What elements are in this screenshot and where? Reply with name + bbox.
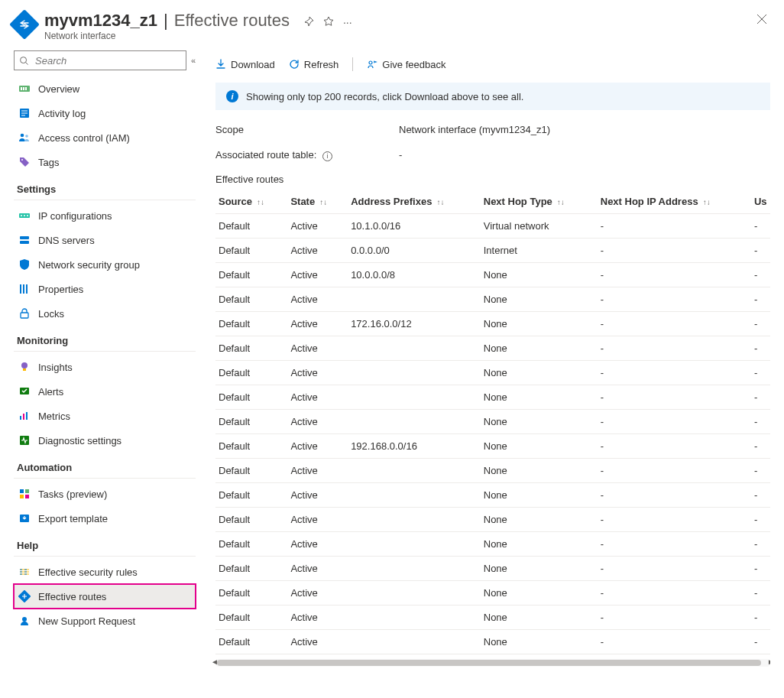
- table-cell: Active: [287, 385, 348, 409]
- sidebar-item-label: Alerts: [38, 386, 63, 398]
- ipconfig-icon: [18, 209, 31, 222]
- help-icon[interactable]: i: [322, 151, 332, 161]
- sidebar-item-activitylog[interactable]: Activity log: [14, 101, 196, 125]
- table-cell: [348, 409, 481, 433]
- table-cell: 192.168.0.0/16: [348, 433, 481, 458]
- shield-icon: [18, 258, 31, 271]
- sidebar-item-alerts[interactable]: Alerts: [14, 379, 196, 404]
- table-row[interactable]: DefaultActiveNone--: [215, 556, 770, 580]
- sidebar-item-insights[interactable]: Insights: [14, 355, 196, 379]
- collapse-sidebar-icon[interactable]: «: [191, 56, 196, 65]
- table-cell: Default: [215, 433, 287, 458]
- sidebar-item-ipconfig[interactable]: IP configurations: [14, 203, 196, 228]
- sidebar-item-label: Insights: [38, 362, 73, 373]
- table-row[interactable]: DefaultActiveNone--: [215, 360, 770, 385]
- table-row[interactable]: DefaultActive10.0.0.0/8None--: [215, 262, 770, 287]
- sidebar-item-iam[interactable]: Access control (IAM): [14, 125, 196, 150]
- sidebar-item-nsg[interactable]: Network security group: [14, 252, 196, 277]
- table-row[interactable]: DefaultActiveNone--: [215, 531, 770, 556]
- svg-point-32: [22, 617, 27, 622]
- sidebar-item-dns[interactable]: DNS servers: [14, 228, 196, 252]
- sidebar-item-effective-routes[interactable]: Effective routes: [14, 584, 196, 609]
- table-cell: -: [751, 531, 770, 556]
- table-row[interactable]: DefaultActiveNone--: [215, 287, 770, 311]
- feedback-button[interactable]: Give feedback: [367, 59, 445, 70]
- table-row[interactable]: DefaultActiveNone--: [215, 336, 770, 360]
- table-row[interactable]: DefaultActiveNone--: [215, 629, 770, 654]
- table-cell: Active: [287, 482, 348, 507]
- svg-point-19: [21, 362, 28, 368]
- sort-icon[interactable]: ↑↓: [557, 198, 565, 206]
- sidebar-section-automation: Automation: [14, 453, 196, 479]
- favorite-icon[interactable]: [323, 16, 334, 29]
- download-icon: [215, 59, 226, 70]
- sidebar: « Overview Activity log Access control (…: [14, 50, 200, 667]
- table-heading: Effective routes: [215, 174, 770, 185]
- table-cell: -: [751, 409, 770, 433]
- table-cell: [348, 531, 481, 556]
- download-button[interactable]: Download: [215, 59, 275, 70]
- table-row[interactable]: DefaultActiveNone--: [215, 482, 770, 507]
- svg-rect-28: [20, 495, 24, 498]
- refresh-label: Refresh: [304, 59, 339, 70]
- table-row[interactable]: DefaultActiveNone--: [215, 580, 770, 605]
- sort-icon[interactable]: ↑↓: [319, 198, 327, 206]
- sidebar-item-locks[interactable]: Locks: [14, 301, 196, 326]
- sort-icon[interactable]: ↑↓: [703, 198, 711, 206]
- scroll-right-icon[interactable]: ►: [767, 657, 770, 666]
- table-row[interactable]: DefaultActive10.1.0.0/16Virtual network-…: [215, 213, 770, 238]
- horizontal-scrollbar[interactable]: ◄ ►: [215, 659, 770, 667]
- table-row[interactable]: DefaultActiveNone--: [215, 385, 770, 409]
- sidebar-item-export[interactable]: Export template: [14, 506, 196, 531]
- table-cell: Default: [215, 507, 287, 531]
- table-cell: None: [481, 605, 598, 629]
- table-cell: -: [598, 360, 751, 385]
- table-row[interactable]: DefaultActiveNone--: [215, 605, 770, 629]
- table-cell: -: [751, 458, 770, 482]
- more-icon[interactable]: ···: [343, 16, 352, 28]
- table-cell: [348, 458, 481, 482]
- sidebar-item-label: Network security group: [38, 259, 140, 271]
- sort-icon[interactable]: ↑↓: [436, 198, 444, 206]
- sidebar-item-support[interactable]: New Support Request: [14, 609, 196, 633]
- resource-subtitle: Network interface: [44, 31, 352, 41]
- table-cell: -: [598, 580, 751, 605]
- table-cell: Active: [287, 336, 348, 360]
- col-nexthopip[interactable]: Next Hop IP Address↑↓: [598, 190, 751, 214]
- sidebar-item-diagnostic[interactable]: Diagnostic settings: [14, 428, 196, 453]
- command-bar: Download Refresh Give feedback: [215, 50, 770, 78]
- sidebar-item-metrics[interactable]: Metrics: [14, 404, 196, 428]
- sidebar-item-tags[interactable]: Tags: [14, 150, 196, 174]
- col-user[interactable]: Us: [751, 190, 770, 214]
- svg-rect-29: [25, 495, 29, 498]
- table-cell: -: [751, 360, 770, 385]
- search-input[interactable]: [34, 54, 181, 67]
- sidebar-item-tasks[interactable]: Tasks (preview): [14, 482, 196, 506]
- sidebar-item-effective-security[interactable]: Effective security rules: [14, 560, 196, 584]
- table-cell: -: [751, 385, 770, 409]
- col-prefixes[interactable]: Address Prefixes↑↓: [348, 190, 481, 214]
- col-nexthoptype[interactable]: Next Hop Type↑↓: [481, 190, 598, 214]
- sort-icon[interactable]: ↑↓: [257, 198, 264, 206]
- table-cell: -: [751, 238, 770, 262]
- table-row[interactable]: DefaultActiveNone--: [215, 409, 770, 433]
- table-row[interactable]: DefaultActive0.0.0.0/0Internet--: [215, 238, 770, 262]
- scroll-left-icon[interactable]: ◄: [211, 657, 219, 666]
- svg-point-12: [27, 215, 28, 216]
- sidebar-search[interactable]: [14, 50, 186, 70]
- table-row[interactable]: DefaultActive192.168.0.0/16None--: [215, 433, 770, 458]
- sidebar-item-properties[interactable]: Properties: [14, 277, 196, 301]
- table-cell: Active: [287, 507, 348, 531]
- pin-icon[interactable]: [303, 16, 314, 29]
- col-state[interactable]: State↑↓: [287, 190, 348, 214]
- table-cell: [348, 360, 481, 385]
- refresh-button[interactable]: Refresh: [289, 59, 339, 70]
- sidebar-item-overview[interactable]: Overview: [14, 76, 196, 101]
- svg-rect-23: [23, 414, 24, 420]
- table-row[interactable]: DefaultActiveNone--: [215, 507, 770, 531]
- table-row[interactable]: DefaultActive172.16.0.0/12None--: [215, 311, 770, 336]
- table-scroll-wrap[interactable]: Source↑↓ State↑↓ Address Prefixes↑↓ Next…: [215, 190, 770, 654]
- table-row[interactable]: DefaultActiveNone--: [215, 458, 770, 482]
- close-button[interactable]: [753, 11, 770, 31]
- col-source[interactable]: Source↑↓: [215, 190, 287, 214]
